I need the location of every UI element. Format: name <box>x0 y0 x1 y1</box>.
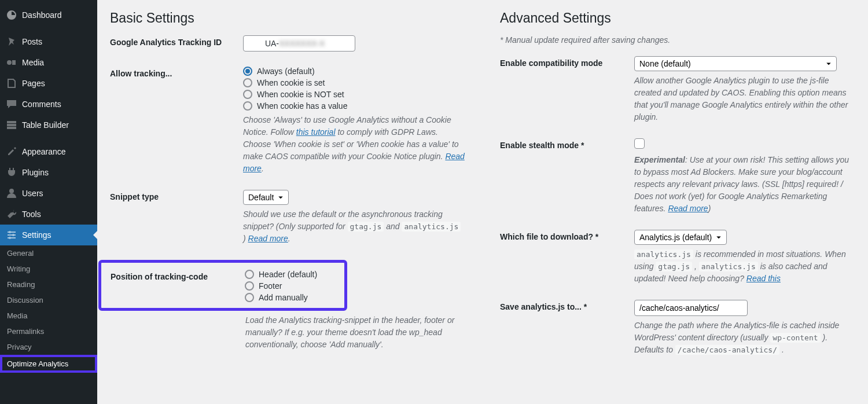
sub-item-reading[interactable]: Reading <box>0 277 97 292</box>
label-save: Save analytics.js to... * <box>500 300 634 311</box>
row-stealth: Enable stealth mode * Experimental: Use … <box>500 138 855 215</box>
sidebar-item-table-builder[interactable]: Table Builder <box>0 115 97 135</box>
row-file: Which file to download? * Analytics.js (… <box>500 230 855 285</box>
sidebar-item-appearance[interactable]: Appearance <box>0 141 97 162</box>
sub-item-privacy[interactable]: Privacy <box>0 339 97 355</box>
table-icon <box>6 119 17 131</box>
read-more-link[interactable]: Read more <box>668 204 708 213</box>
radio-footer[interactable]: Footer <box>245 281 335 291</box>
radio-icon <box>243 90 252 99</box>
radio-icon <box>245 270 254 279</box>
svg-point-1 <box>9 189 14 193</box>
dashboard-icon <box>6 9 17 21</box>
radio-always[interactable]: Always (default) <box>243 67 465 76</box>
sidebar-label: Users <box>22 189 43 198</box>
row-compat: Enable compatibility mode None (default)… <box>500 56 855 123</box>
position-highlight: Position of tracking-code Header (defaul… <box>98 260 347 311</box>
file-select[interactable]: Analytics.js (default) <box>634 230 727 245</box>
label-compat: Enable compatibility mode <box>500 56 634 68</box>
allow-tracking-desc: Choose 'Always' to use Google Analytics … <box>243 114 465 175</box>
sub-item-general[interactable]: General <box>0 245 97 261</box>
comments-icon <box>6 98 17 110</box>
read-more-link[interactable]: Read more <box>248 234 288 243</box>
compat-desc: Allow another Google Analytics plugin to… <box>634 75 855 123</box>
label-allow-tracking: Allow tracking... <box>110 67 243 78</box>
sliders-icon <box>6 229 17 241</box>
advanced-heading: Advanced Settings <box>500 10 855 26</box>
sub-item-media[interactable]: Media <box>0 308 97 324</box>
sidebar-item-settings[interactable]: Settings <box>0 225 97 245</box>
radio-icon <box>243 101 252 111</box>
label-file: Which file to download? * <box>500 230 634 241</box>
sidebar-item-comments[interactable]: Comments <box>0 94 97 115</box>
svg-point-2 <box>9 231 11 233</box>
tutorial-link[interactable]: this tutorial <box>296 127 336 137</box>
label-tracking-id: Google Analytics Tracking ID <box>110 35 243 47</box>
compat-select[interactable]: None (default) <box>634 56 837 71</box>
pin-icon <box>6 36 17 47</box>
user-icon <box>6 188 17 199</box>
read-this-link[interactable]: Read this <box>746 274 781 283</box>
radio-cookie-set[interactable]: When cookie is set <box>243 78 465 87</box>
row-snippet-type: Snippet type Default Should we use the d… <box>110 190 465 245</box>
wrench-icon <box>6 208 17 220</box>
sidebar-label: Plugins <box>22 168 49 177</box>
tracking-id-input[interactable] <box>243 35 355 52</box>
sidebar-label: Settings <box>22 230 52 240</box>
sidebar-label: Table Builder <box>22 120 69 130</box>
label-position: Position of tracking-code <box>111 270 245 281</box>
radio-icon <box>245 281 254 291</box>
sub-item-discussion[interactable]: Discussion <box>0 292 97 308</box>
snippet-desc: Should we use the default or the asynchr… <box>243 208 465 245</box>
sidebar-label: Dashboard <box>22 10 62 20</box>
svg-point-4 <box>9 237 11 239</box>
sub-item-permalinks[interactable]: Permalinks <box>0 324 97 339</box>
radio-icon <box>245 293 254 302</box>
snippet-select[interactable]: Default <box>243 190 289 205</box>
sidebar-label: Comments <box>22 100 61 109</box>
sidebar-label: Posts <box>22 37 42 46</box>
settings-content: Basic Settings Google Analytics Tracking… <box>97 0 868 404</box>
radio-icon <box>243 67 252 76</box>
plug-icon <box>6 167 17 178</box>
stealth-desc: Experimental: Use at your own risk! This… <box>634 154 855 215</box>
sidebar-item-dashboard[interactable]: Dashboard <box>0 5 97 25</box>
radio-cookie-not-set[interactable]: When cookie is NOT set <box>243 90 465 99</box>
sidebar-item-media[interactable]: Media <box>0 52 97 73</box>
svg-point-3 <box>12 234 14 236</box>
pages-icon <box>6 78 17 89</box>
advanced-settings-column: Advanced Settings * Manual update requir… <box>500 10 855 371</box>
brush-icon <box>6 146 17 157</box>
sidebar-label: Media <box>22 58 44 67</box>
sidebar-label: Tools <box>22 210 41 219</box>
sub-item-optimize-analytics[interactable]: Optimize Analytics <box>0 355 97 373</box>
svg-point-0 <box>7 60 12 65</box>
basic-heading: Basic Settings <box>110 10 465 26</box>
row-position: Position of tracking-code Header (defaul… <box>111 270 335 304</box>
sidebar-item-plugins[interactable]: Plugins <box>0 162 97 183</box>
label-stealth: Enable stealth mode * <box>500 138 634 150</box>
manual-note: * Manual update required after saving ch… <box>500 35 855 45</box>
row-allow-tracking: Allow tracking... Always (default) When … <box>110 67 465 175</box>
radio-icon <box>243 78 252 87</box>
sidebar-label: Appearance <box>22 147 66 156</box>
media-icon <box>6 57 17 68</box>
file-desc: analytics.js is recommended in most situ… <box>634 248 855 285</box>
radio-cookie-has-value[interactable]: When cookie has a value <box>243 101 465 111</box>
stealth-checkbox[interactable] <box>634 138 645 149</box>
basic-settings-column: Basic Settings Google Analytics Tracking… <box>110 10 465 371</box>
sidebar-item-posts[interactable]: Posts <box>0 31 97 52</box>
sidebar-item-pages[interactable]: Pages <box>0 73 97 94</box>
row-tracking-id: Google Analytics Tracking ID UA-XXXXXXX-… <box>110 35 465 52</box>
position-desc: Load the Analytics tracking-snippet in t… <box>245 314 465 351</box>
sidebar-item-tools[interactable]: Tools <box>0 204 97 225</box>
radio-add-manually[interactable]: Add manually <box>245 293 335 302</box>
save-path-input[interactable] <box>634 300 748 316</box>
sidebar-item-users[interactable]: Users <box>0 183 97 204</box>
sub-item-writing[interactable]: Writing <box>0 261 97 277</box>
admin-sidebar: Dashboard Posts Media Pages Comments Tab… <box>0 0 97 404</box>
radio-header[interactable]: Header (default) <box>245 270 335 279</box>
row-save-path: Save analytics.js to... * Change the pat… <box>500 300 855 356</box>
label-snippet: Snippet type <box>110 190 243 201</box>
sidebar-label: Pages <box>22 79 45 88</box>
